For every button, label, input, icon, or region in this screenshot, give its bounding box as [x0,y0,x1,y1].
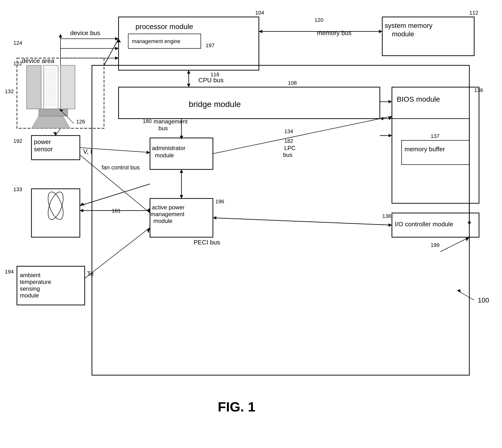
svg-marker-75 [466,237,469,241]
lpc-bus-label: LPC [284,145,296,151]
n196-label: 196 [215,198,224,205]
svg-rect-60 [27,65,41,109]
n104-label: 104 [255,10,264,16]
n197-label: 197 [206,42,215,48]
power-sensor-label2: sensor [34,145,53,153]
svg-marker-53 [147,151,150,154]
n182-label: 182 [284,138,293,144]
vi-label: V, I [83,148,92,155]
active-power-label: active power [152,204,185,210]
n134-label: 134 [284,128,293,134]
system-memory-label2: module [392,30,414,38]
memory-buffer-label: memory buffer [405,145,445,153]
device-bus-label: device bus [70,29,100,36]
n138-label: 138 [382,213,391,219]
svg-marker-26 [259,30,262,33]
n122-label: 122 [13,61,22,66]
svg-line-74 [440,237,469,252]
system-memory-label: system memory [385,22,433,29]
svg-marker-19 [115,47,119,50]
cpu-bus-label: CPU bus [198,77,223,84]
svg-marker-28 [187,84,190,87]
fig-label: FIG. 1 [218,399,255,414]
svg-rect-69 [61,65,75,109]
n133-label: 133 [13,186,22,192]
svg-rect-5 [392,87,479,203]
fan-control-bus-label: fan control bus [102,164,140,171]
svg-marker-51 [80,209,83,212]
management-bus-label: management [154,118,188,125]
svg-marker-39 [180,195,183,198]
svg-marker-21 [115,56,119,60]
io-controller-label: I/O controller module [395,221,453,228]
svg-marker-29 [187,70,190,74]
svg-line-14 [104,39,119,65]
svg-marker-71 [31,116,70,128]
n116-label: 116 [210,71,220,78]
power-sensor-label: power [34,138,51,145]
diagram-container: device bus processor module management e… [0,0,502,448]
n100-label: 100 [478,296,489,304]
n124-label: 124 [13,40,22,46]
n132-label: 132 [5,88,14,94]
administrator-label: administrator [152,145,186,151]
svg-point-73 [45,190,66,222]
svg-marker-42 [389,134,392,137]
n180-label: 180 [143,118,152,124]
n199-label: 199 [431,242,439,248]
n181-label: 181 [112,208,121,214]
processor-module-label: processor module [136,22,193,31]
administrator-label2: module [155,152,174,159]
management-engine-label: management engine [132,38,180,44]
svg-rect-0 [92,65,469,375]
svg-rect-70 [39,109,68,116]
n136-label: 136 [474,87,483,93]
svg-line-58 [56,128,61,136]
diagram-svg: device bus processor module management e… [0,0,502,448]
device-area-label: device area [22,57,54,64]
svg-marker-34 [468,222,471,225]
svg-line-48 [80,184,150,206]
svg-line-56 [85,227,150,278]
lpc-bus-label2: bus [283,152,293,158]
bridge-module-label: bridge module [189,99,241,109]
svg-marker-23 [59,34,62,37]
n112-label: 112 [469,10,478,16]
svg-marker-46 [389,224,392,227]
ambient-temp-label2: temperature [20,279,51,285]
svg-marker-31 [389,100,392,103]
svg-marker-25 [379,30,382,33]
n137-label: 137 [431,133,439,139]
svg-point-72 [45,190,66,222]
bios-module-label: BIOS module [397,95,440,103]
svg-line-54 [80,155,150,213]
svg-line-43 [213,116,392,154]
n194-label: 194 [5,269,14,275]
n108-label: 108 [288,80,297,86]
svg-rect-61 [44,65,58,109]
peci-bus-label: PECI bus [194,239,220,246]
svg-marker-40 [180,169,183,173]
te-label: Te [87,270,94,277]
svg-line-45 [213,218,392,225]
active-power-label2: management [151,211,184,217]
n120-label: 120 [314,17,323,23]
svg-rect-4 [119,87,380,119]
ambient-temp-label4: module [20,292,39,299]
active-power-label3: module [153,218,173,224]
n126-label: 126 [76,119,85,125]
n192-label: 192 [13,138,22,144]
svg-rect-11 [31,189,80,237]
memory-bus-label: memory bus [317,29,351,36]
management-bus-label2: bus [158,125,168,131]
svg-marker-37 [180,136,183,139]
ambient-temp-label: ambient [20,272,41,278]
svg-marker-47 [213,216,216,220]
ambient-temp-label3: sensing [20,285,40,292]
